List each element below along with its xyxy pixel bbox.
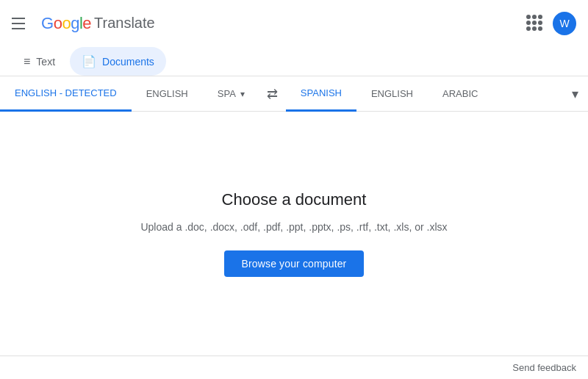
target-english-label: ENGLISH: [371, 88, 413, 99]
source-chevron-icon: ▾: [240, 89, 245, 99]
tabs-row: ≡ Text 📄 Documents: [0, 47, 588, 76]
text-tab-label: Text: [36, 56, 55, 68]
target-language-section: SPANISH ENGLISH ARABIC ▾: [286, 76, 588, 112]
target-arabic-label: ARABIC: [442, 88, 478, 99]
header-right: W: [526, 12, 576, 35]
avatar[interactable]: W: [553, 12, 576, 35]
logo: Google Translate: [41, 14, 155, 33]
more-languages-button[interactable]: ▾: [562, 81, 588, 107]
documents-tab[interactable]: 📄 Documents: [70, 47, 166, 76]
choose-document-title: Choose a document: [222, 190, 367, 209]
target-english-tab[interactable]: ENGLISH: [356, 76, 428, 112]
menu-icon[interactable]: [12, 15, 29, 32]
documents-tab-icon: 📄: [82, 54, 96, 68]
source-detected-label: ENGLISH - DETECTED: [15, 87, 117, 98]
source-spanish-tab[interactable]: SPA ▾: [203, 76, 259, 112]
browse-computer-button[interactable]: Browse your computer: [224, 250, 365, 277]
main-content: Choose a document Upload a .doc, .docx, …: [0, 112, 588, 355]
choose-document-subtitle: Upload a .doc, .docx, .odf, .pdf, .ppt, …: [140, 221, 447, 233]
source-english-tab[interactable]: ENGLISH: [132, 76, 203, 112]
target-spanish-label: SPANISH: [301, 87, 342, 98]
footer: Send feedback: [0, 355, 588, 379]
source-language-section: ENGLISH - DETECTED ENGLISH SPA ▾: [0, 76, 259, 112]
logo-translate: Translate: [94, 15, 155, 32]
source-english-label: ENGLISH: [146, 88, 188, 99]
source-spanish-label: SPA: [218, 88, 236, 99]
send-feedback-button[interactable]: Send feedback: [512, 362, 576, 373]
language-bar: ENGLISH - DETECTED ENGLISH SPA ▾ ⇄ SPANI…: [0, 76, 588, 112]
target-arabic-tab[interactable]: ARABIC: [428, 76, 492, 112]
text-tab[interactable]: ≡ Text: [12, 48, 67, 76]
text-tab-icon: ≡: [24, 55, 30, 68]
apps-icon[interactable]: [526, 15, 544, 32]
source-detected-tab[interactable]: ENGLISH - DETECTED: [0, 76, 132, 112]
header: Google Translate W: [0, 0, 588, 47]
swap-icon: ⇄: [267, 86, 278, 102]
header-left: Google Translate: [12, 14, 155, 33]
more-languages-icon: ▾: [572, 86, 578, 102]
documents-tab-label: Documents: [102, 56, 154, 68]
target-spanish-tab[interactable]: SPANISH: [286, 76, 356, 112]
swap-button[interactable]: ⇄: [259, 81, 286, 107]
logo-google: Google: [41, 14, 91, 33]
